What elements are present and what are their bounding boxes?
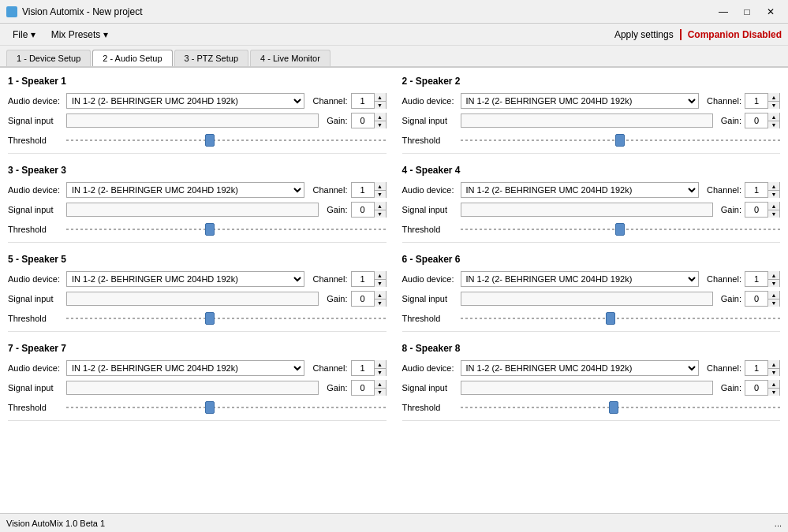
gain-input-1[interactable] [352,113,374,128]
apply-settings-label[interactable]: Apply settings [614,29,674,40]
gain-down-5[interactable]: ▼ [375,299,386,307]
speaker-panel-5: 5 - Speaker 5 Audio device: IN 1-2 (2- B… [8,254,387,335]
channel-input-1[interactable] [352,94,374,108]
channel-up-3[interactable]: ▲ [375,182,386,190]
channel-spin-btns-7: ▲ ▼ [374,360,386,376]
channel-input-8[interactable] [745,361,767,375]
speaker-panel-4: 4 - Speaker 4 Audio device: IN 1-2 (2- B… [402,165,781,246]
channel-down-8[interactable]: ▼ [768,368,779,376]
tab-device-setup[interactable]: 1 - Device Setup [6,50,91,66]
close-button[interactable]: ✕ [760,4,782,20]
file-menu[interactable]: File ▾ [6,27,42,43]
threshold-handle-1[interactable] [205,134,215,147]
audio-device-label-5: Audio device: [8,274,63,284]
gain-down-7[interactable]: ▼ [375,388,386,396]
gain-input-6[interactable] [745,292,767,306]
minimize-button[interactable]: — [712,4,734,20]
gain-up-2[interactable]: ▲ [768,113,779,121]
threshold-handle-4[interactable] [615,223,625,236]
channel-down-1[interactable]: ▼ [375,101,386,109]
audio-device-select-5[interactable]: IN 1-2 (2- BEHRINGER UMC 204HD 192k) [66,271,304,287]
audio-device-select-4[interactable]: IN 1-2 (2- BEHRINGER UMC 204HD 192k) [461,182,699,198]
audio-device-select-3[interactable]: IN 1-2 (2- BEHRINGER UMC 204HD 192k) [66,182,304,198]
channel-input-5[interactable] [352,272,374,286]
channel-up-2[interactable]: ▲ [768,93,779,101]
gain-down-1[interactable]: ▼ [375,121,386,128]
channel-down-4[interactable]: ▼ [768,190,779,198]
gain-up-1[interactable]: ▲ [375,113,386,121]
gain-down-2[interactable]: ▼ [768,121,779,128]
audio-device-select-2[interactable]: IN 1-2 (2- BEHRINGER UMC 204HD 192k) [461,93,699,109]
signal-input-row-1: Signal input Gain: ▲ ▼ [8,113,387,128]
audio-device-select-7[interactable]: IN 1-2 (2- BEHRINGER UMC 204HD 192k) [66,360,304,376]
mix-presets-menu[interactable]: Mix Presets ▾ [45,27,114,43]
channel-down-7[interactable]: ▼ [375,368,386,376]
gain-input-3[interactable] [352,203,374,217]
tab-audio-setup[interactable]: 2 - Audio Setup [92,50,172,66]
gain-down-3[interactable]: ▼ [375,210,386,218]
gain-input-2[interactable] [745,113,767,128]
channel-input-6[interactable] [745,272,767,286]
gain-label-2: Gain: [721,116,741,125]
signal-input-label-2: Signal input [402,116,457,125]
channel-up-4[interactable]: ▲ [768,182,779,190]
window-controls: — □ ✕ [712,4,782,20]
threshold-handle-8[interactable] [609,401,618,414]
threshold-handle-3[interactable] [205,223,215,236]
threshold-handle-5[interactable] [205,312,215,325]
signal-input-label-7: Signal input [8,383,63,392]
channel-label-5: Channel: [312,274,347,284]
gain-up-7[interactable]: ▲ [375,380,386,388]
channel-up-6[interactable]: ▲ [768,271,779,279]
gain-up-5[interactable]: ▲ [375,291,386,299]
channel-spin-btns-2: ▲ ▼ [767,93,779,109]
channel-spin-3: ▲ ▼ [351,182,387,198]
gain-up-8[interactable]: ▲ [768,380,779,388]
maximize-button[interactable]: □ [736,4,758,20]
speaker-panel-2: 2 - Speaker 2 Audio device: IN 1-2 (2- B… [402,76,781,157]
speaker-title-1: 1 - Speaker 1 [8,76,387,88]
audio-device-row-6: Audio device: IN 1-2 (2- BEHRINGER UMC 2… [402,271,781,287]
channel-down-3[interactable]: ▼ [375,190,386,198]
audio-device-row-7: Audio device: IN 1-2 (2- BEHRINGER UMC 2… [8,360,387,376]
channel-up-5[interactable]: ▲ [375,271,386,279]
gain-input-4[interactable] [745,203,767,217]
gain-down-8[interactable]: ▼ [768,388,779,396]
gain-label-7: Gain: [327,383,347,392]
threshold-handle-6[interactable] [606,312,615,325]
channel-down-6[interactable]: ▼ [768,279,779,287]
channel-input-7[interactable] [352,361,374,375]
speaker-title-2: 2 - Speaker 2 [402,76,781,88]
gain-up-4[interactable]: ▲ [768,202,779,210]
audio-device-select-1[interactable]: IN 1-2 (2- BEHRINGER UMC 204HD 192k) [66,93,304,109]
threshold-label-8: Threshold [402,403,457,412]
gain-up-6[interactable]: ▲ [768,291,779,299]
channel-input-3[interactable] [352,183,374,197]
channel-label-4: Channel: [707,185,741,195]
gain-input-7[interactable] [352,381,374,395]
audio-device-select-8[interactable]: IN 1-2 (2- BEHRINGER UMC 204HD 192k) [461,360,699,376]
audio-device-select-6[interactable]: IN 1-2 (2- BEHRINGER UMC 204HD 192k) [461,271,699,287]
gain-up-3[interactable]: ▲ [375,202,386,210]
channel-up-1[interactable]: ▲ [375,93,386,101]
channel-up-8[interactable]: ▲ [768,360,779,368]
threshold-row-7: Threshold [8,400,387,415]
channel-down-5[interactable]: ▼ [375,279,386,287]
signal-input-field-8 [461,381,713,395]
gain-down-4[interactable]: ▼ [768,210,779,218]
threshold-handle-2[interactable] [615,134,625,147]
main-content: 1 - Speaker 1 Audio device: IN 1-2 (2- B… [0,68,788,513]
gain-input-5[interactable] [352,292,374,306]
gain-down-6[interactable]: ▼ [768,299,779,307]
channel-input-4[interactable] [745,183,767,197]
threshold-label-3: Threshold [8,225,63,234]
channel-up-7[interactable]: ▲ [375,360,386,368]
channel-down-2[interactable]: ▼ [768,101,779,109]
tab-live-monitor[interactable]: 4 - Live Monitor [250,50,331,66]
threshold-handle-7[interactable] [205,401,215,414]
threshold-label-2: Threshold [402,136,457,145]
gain-input-8[interactable] [745,381,767,395]
tab-ptz-setup[interactable]: 3 - PTZ Setup [174,50,248,66]
channel-label-6: Channel: [707,274,741,284]
channel-input-2[interactable] [745,94,767,108]
